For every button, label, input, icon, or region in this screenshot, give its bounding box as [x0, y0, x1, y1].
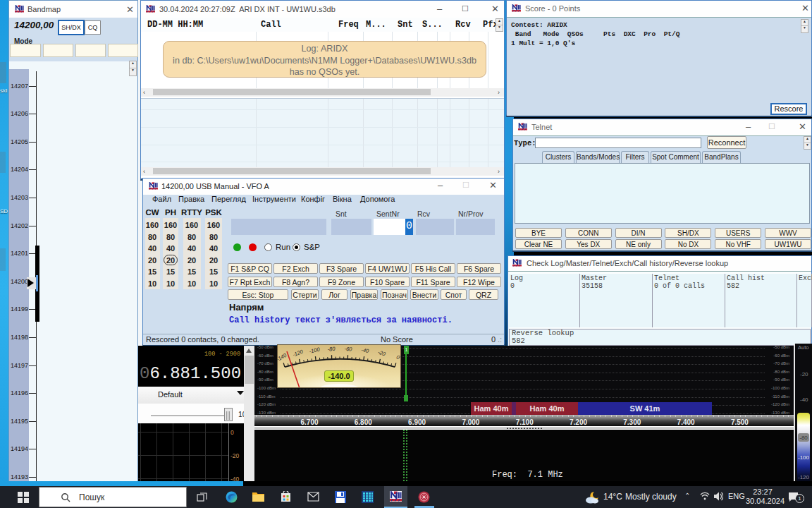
svg-text:-80: -80 [327, 346, 336, 353]
svg-text:0: 0 [395, 353, 400, 361]
svg-text:-120: -120 [292, 348, 304, 358]
svg-text:-140: -140 [278, 351, 288, 363]
svg-text:-40: -40 [361, 346, 370, 354]
svg-text:-60: -60 [344, 346, 352, 353]
svg-text:-20: -20 [377, 349, 387, 358]
svg-text:-100: -100 [309, 346, 321, 354]
